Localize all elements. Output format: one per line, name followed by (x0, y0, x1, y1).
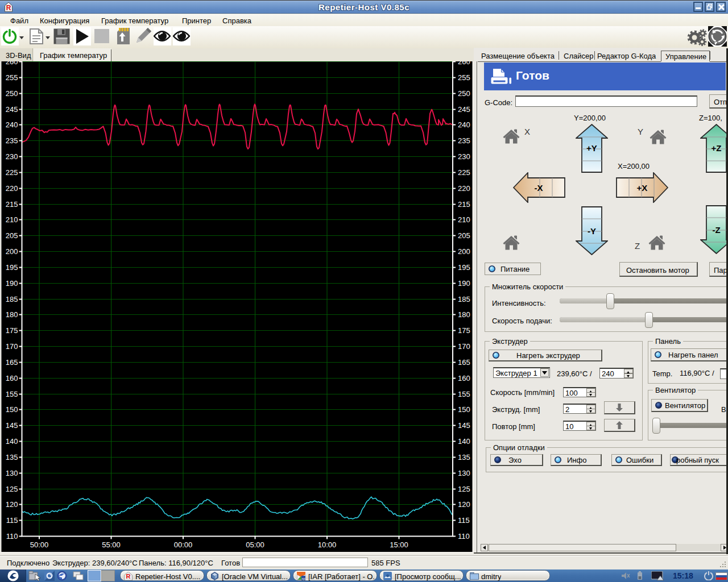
svg-text:135: 135 (458, 453, 470, 462)
svg-text:205: 205 (6, 231, 18, 240)
svg-text:250: 250 (458, 89, 470, 98)
svg-text:-Y: -Y (588, 226, 596, 236)
svg-text:140: 140 (458, 437, 470, 446)
svg-text:115: 115 (458, 516, 470, 525)
svg-text:240: 240 (458, 120, 470, 129)
svg-text:125: 125 (6, 485, 18, 493)
svg-text:215: 215 (458, 200, 470, 209)
svg-text:195: 195 (458, 263, 470, 272)
svg-text:220: 220 (458, 184, 470, 193)
svg-text:160: 160 (6, 374, 18, 383)
svg-text:145: 145 (458, 421, 470, 430)
svg-text:190: 190 (6, 279, 18, 288)
svg-text:120: 120 (6, 500, 18, 509)
svg-text:+X: +X (637, 183, 648, 193)
svg-text:130: 130 (458, 469, 470, 477)
svg-text:205: 205 (458, 231, 470, 240)
svg-text:235: 235 (458, 136, 470, 145)
svg-text:125: 125 (458, 485, 470, 493)
svg-text:185: 185 (458, 295, 470, 304)
svg-text:195: 195 (6, 263, 18, 272)
svg-text:260: 260 (6, 61, 18, 66)
svg-text:225: 225 (6, 168, 18, 177)
svg-text:240: 240 (6, 120, 18, 129)
svg-text:+Z: +Z (712, 143, 722, 153)
svg-text:200: 200 (6, 247, 18, 256)
svg-text:120: 120 (458, 500, 470, 509)
svg-text:150: 150 (458, 405, 470, 414)
svg-text:220: 220 (6, 184, 18, 193)
svg-text:150: 150 (6, 405, 18, 414)
svg-text:50:00: 50:00 (30, 541, 49, 549)
svg-text:165: 165 (6, 358, 18, 367)
svg-text:225: 225 (458, 168, 470, 177)
svg-text:250: 250 (6, 89, 18, 98)
svg-text:175: 175 (6, 326, 18, 335)
svg-text:155: 155 (458, 390, 470, 398)
svg-text:260: 260 (458, 61, 470, 66)
svg-text:140: 140 (6, 437, 18, 446)
svg-text:230: 230 (458, 152, 470, 161)
svg-text:230: 230 (6, 152, 18, 161)
svg-text:210: 210 (458, 215, 470, 224)
svg-text:15:00: 15:00 (390, 541, 408, 549)
svg-text:130: 130 (6, 469, 18, 477)
svg-text:-Z: -Z (712, 225, 720, 235)
svg-text:135: 135 (6, 453, 18, 462)
svg-text:165: 165 (458, 358, 470, 367)
svg-text:145: 145 (6, 421, 18, 430)
svg-text:110: 110 (458, 532, 470, 541)
svg-text:55:00: 55:00 (102, 541, 121, 549)
svg-text:160: 160 (458, 374, 470, 383)
svg-text:xp: xp (301, 577, 305, 580)
svg-text:110: 110 (6, 532, 18, 541)
svg-text:245: 245 (6, 105, 18, 114)
svg-text:R: R (126, 573, 131, 580)
svg-text:05:00: 05:00 (246, 541, 264, 549)
svg-text:10:00: 10:00 (318, 541, 337, 549)
svg-text:175: 175 (458, 326, 470, 335)
svg-text:R: R (6, 4, 11, 12)
svg-text:+Y: +Y (586, 143, 597, 153)
svg-text:190: 190 (458, 279, 470, 288)
svg-text:210: 210 (6, 215, 18, 224)
svg-text:185: 185 (6, 295, 18, 304)
svg-text:180: 180 (458, 310, 470, 319)
svg-text:00:00: 00:00 (174, 541, 193, 549)
svg-text:235: 235 (6, 136, 18, 145)
svg-text:-X: -X (535, 183, 543, 193)
svg-text:170: 170 (458, 342, 470, 351)
svg-text:155: 155 (6, 390, 18, 398)
svg-text:245: 245 (458, 105, 470, 114)
svg-text:255: 255 (458, 73, 470, 82)
svg-text:170: 170 (6, 342, 18, 351)
svg-text:115: 115 (6, 516, 18, 525)
svg-text:180: 180 (6, 310, 18, 319)
svg-text:255: 255 (6, 73, 18, 82)
svg-text:215: 215 (6, 200, 18, 209)
svg-text:200: 200 (458, 247, 470, 256)
